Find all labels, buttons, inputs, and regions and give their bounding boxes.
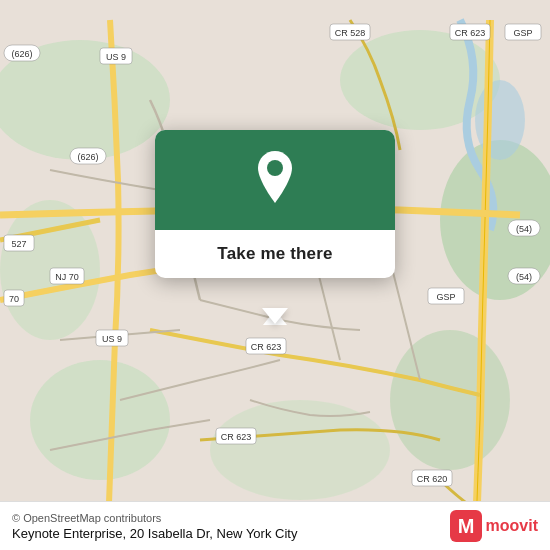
svg-text:CR 528: CR 528	[335, 28, 366, 38]
svg-text:NJ 70: NJ 70	[55, 272, 79, 282]
svg-text:CR 623: CR 623	[221, 432, 252, 442]
svg-text:US 9: US 9	[106, 52, 126, 62]
address-text: Keynote Enterprise, 20 Isabella Dr, New …	[12, 526, 297, 541]
popup-button-row[interactable]: Take me there	[155, 230, 395, 278]
popup-green-area	[155, 130, 395, 230]
take-me-there-button[interactable]: Take me there	[217, 244, 332, 264]
svg-text:CR 620: CR 620	[417, 474, 448, 484]
copyright-text: © OpenStreetMap contributors	[12, 512, 297, 524]
bottom-left: © OpenStreetMap contributors Keynote Ent…	[12, 512, 297, 541]
svg-point-6	[210, 400, 390, 500]
svg-point-5	[30, 360, 170, 480]
svg-text:GSP: GSP	[513, 28, 532, 38]
svg-text:(54): (54)	[516, 224, 532, 234]
moovit-label: moovit	[486, 517, 538, 535]
moovit-icon: M	[450, 510, 482, 542]
svg-text:(54): (54)	[516, 272, 532, 282]
svg-point-8	[475, 80, 525, 160]
bottom-bar: © OpenStreetMap contributors Keynote Ent…	[0, 501, 550, 550]
moovit-logo: M moovit	[450, 510, 538, 542]
svg-text:GSP: GSP	[436, 292, 455, 302]
location-pin-icon	[249, 152, 301, 212]
svg-text:CR 623: CR 623	[455, 28, 486, 38]
svg-text:70: 70	[9, 294, 19, 304]
svg-text:US 9: US 9	[102, 334, 122, 344]
svg-text:(626): (626)	[77, 152, 98, 162]
svg-point-7	[390, 330, 510, 470]
popup-tail	[262, 308, 288, 324]
svg-text:M: M	[457, 515, 474, 537]
svg-text:527: 527	[11, 239, 26, 249]
popup-card: Take me there	[155, 130, 395, 278]
svg-text:CR 623: CR 623	[251, 342, 282, 352]
map-container: CR 528 CR 623 GSP (626) US 9 (626) NJ 70…	[0, 0, 550, 550]
svg-point-44	[267, 160, 283, 176]
svg-text:(626): (626)	[11, 49, 32, 59]
